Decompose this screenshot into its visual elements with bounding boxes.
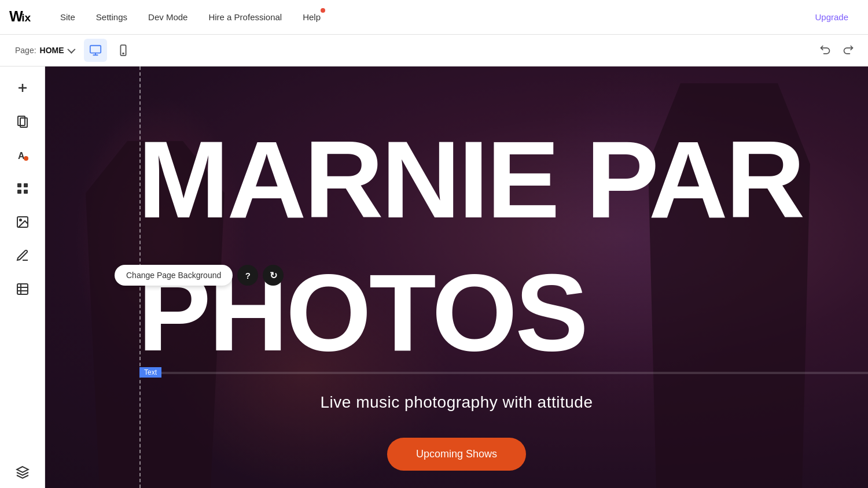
undo-button[interactable] — [815, 40, 836, 61]
sidebar-item-blog[interactable] — [7, 240, 38, 271]
main-canvas: MARNIE PAR PHOTOS Text Live music photog… — [45, 66, 868, 488]
sidebar-item-pages[interactable] — [7, 106, 38, 137]
table-icon — [16, 282, 30, 296]
layers-icon — [16, 465, 30, 479]
svg-rect-11 — [17, 183, 21, 187]
top-navigation: W ix Site Settings Dev Mode Hire a Profe… — [0, 0, 868, 35]
nav-help[interactable]: Help — [292, 0, 331, 35]
text-element-badge: Text — [139, 367, 161, 378]
undo-icon — [819, 45, 831, 56]
svg-rect-2 — [90, 46, 100, 53]
page-dropdown-chevron — [67, 46, 75, 54]
redo-button[interactable] — [838, 40, 859, 61]
pages-icon — [16, 114, 30, 128]
svg-point-4 — [123, 53, 124, 54]
cta-upcoming-shows-button[interactable]: Upcoming Shows — [387, 438, 526, 471]
svg-text:A: A — [18, 151, 25, 161]
media-icon — [16, 215, 30, 229]
nav-devmode[interactable]: Dev Mode — [138, 0, 198, 35]
change-page-background-button[interactable]: Change Page Background — [115, 265, 233, 286]
apps-icon — [16, 182, 30, 195]
help-icon-button[interactable]: ? — [237, 265, 258, 286]
svg-text:ix: ix — [21, 11, 31, 23]
mobile-view-button[interactable] — [112, 39, 135, 62]
sidebar-item-media[interactable] — [7, 206, 38, 238]
change-page-background-tooltip: Change Page Background ? ↻ — [115, 265, 284, 286]
undo-redo-controls — [815, 40, 859, 61]
svg-rect-13 — [17, 190, 21, 194]
text-selection-indicator — [139, 372, 868, 374]
refresh-icon: ↻ — [270, 270, 277, 281]
nav-hire[interactable]: Hire a Professional — [198, 0, 292, 35]
mobile-icon — [117, 44, 130, 57]
wix-logo[interactable]: W ix — [9, 8, 38, 27]
nav-settings[interactable]: Settings — [86, 0, 138, 35]
page-selector[interactable]: Page: HOME — [9, 42, 79, 58]
svg-rect-12 — [24, 183, 28, 187]
svg-point-16 — [20, 219, 21, 221]
desktop-view-button[interactable] — [84, 39, 107, 62]
sidebar-item-table[interactable] — [7, 273, 38, 305]
svg-rect-14 — [24, 190, 28, 194]
plus-icon — [16, 81, 30, 95]
sidebar-item-add[interactable] — [7, 72, 38, 103]
svg-point-10 — [24, 156, 28, 161]
page-name: HOME — [40, 46, 64, 55]
redo-icon — [843, 45, 854, 56]
help-notification-dot — [321, 8, 325, 13]
sidebar-item-apps[interactable] — [7, 173, 38, 204]
nav-site[interactable]: Site — [50, 0, 86, 35]
sidebar-item-theme[interactable]: A — [7, 139, 38, 171]
question-mark-icon: ? — [245, 271, 251, 280]
hero-title-line1: MARNIE PAR — [138, 124, 868, 234]
svg-rect-17 — [17, 284, 28, 294]
theme-icon: A — [16, 148, 30, 162]
svg-marker-21 — [17, 467, 28, 472]
page-label-prefix: Page: — [15, 46, 36, 55]
page-toolbar: Page: HOME — [0, 35, 868, 66]
blog-icon — [16, 249, 30, 263]
desktop-icon — [89, 44, 102, 57]
link-options-button[interactable]: ↻ — [263, 265, 284, 286]
sidebar-item-layers[interactable] — [7, 457, 38, 488]
nav-upgrade[interactable]: Upgrade — [804, 0, 859, 35]
left-sidebar: A — [0, 66, 45, 488]
hero-subtitle: Live music photography with attitude — [45, 393, 868, 412]
